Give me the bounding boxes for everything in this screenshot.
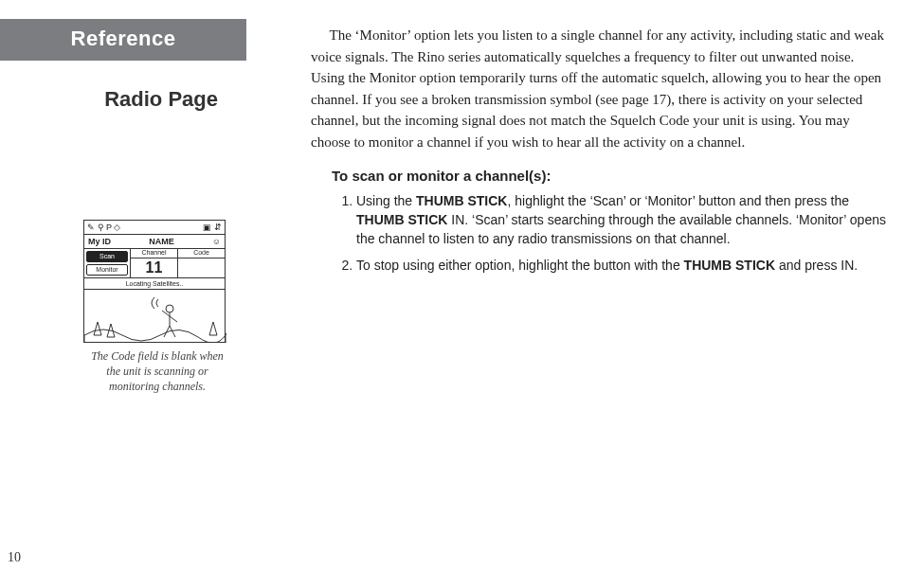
body-text: The ‘Monitor’ option lets you listen to … — [311, 25, 891, 283]
device-lcd: ✎ ⚲ P ◇ ▣ ⇵ My ID NAME ☺ Scan Monitor Ch… — [83, 220, 226, 343]
step-2-text-a: To stop using either option, highlight t… — [356, 258, 684, 273]
lcd-id-label: My ID — [88, 237, 111, 246]
svg-line-2 — [162, 311, 170, 316]
lcd-topbar-right: ▣ ⇵ — [203, 223, 222, 232]
step-1-text-c: , highlight the ‘Scan’ or ‘Monitor’ butt… — [507, 193, 849, 208]
thumb-stick-term: THUMB STICK — [356, 212, 447, 227]
thumb-stick-term: THUMB STICK — [684, 258, 775, 273]
channel-value: 11 — [130, 258, 177, 277]
monitor-button[interactable]: Monitor — [86, 264, 128, 276]
channel-heading: Channel — [130, 249, 177, 258]
lcd-mode-buttons: Scan Monitor — [84, 249, 130, 277]
scan-button[interactable]: Scan — [86, 251, 128, 262]
figure-caption: The Code field is blank when the unit is… — [83, 348, 231, 395]
page-title: Radio Page — [0, 87, 218, 112]
svg-point-0 — [166, 305, 173, 312]
code-heading: Code — [177, 249, 225, 258]
lcd-channel-code: Channel Code 11 — [130, 249, 225, 277]
lead-paragraph: The ‘Monitor’ option lets you listen to … — [311, 25, 891, 152]
reference-tab: Reference — [0, 19, 246, 61]
code-value — [177, 258, 225, 277]
thumb-stick-term: THUMB STICK — [416, 193, 507, 208]
lcd-scene — [84, 290, 225, 343]
device-figure: ✎ ⚲ P ◇ ▣ ⇵ My ID NAME ☺ Scan Monitor Ch… — [83, 220, 231, 395]
lcd-id-row: My ID NAME ☺ — [84, 235, 225, 249]
step-2: To stop using either option, highlight t… — [356, 256, 891, 275]
step-1-text-a: Using the — [356, 193, 416, 208]
lcd-mid-row: Scan Monitor Channel Code 11 — [84, 249, 225, 278]
svg-line-5 — [170, 326, 175, 337]
lcd-status-text: Locating Satellites.. — [84, 278, 225, 290]
instructions-heading: To scan or monitor a channel(s): — [332, 166, 891, 187]
manual-page: Reference Radio Page ✎ ⚲ P ◇ ▣ ⇵ My ID N… — [0, 0, 904, 588]
page-number: 10 — [8, 550, 21, 565]
instructions-block: To scan or monitor a channel(s): Using t… — [332, 166, 891, 276]
lcd-id-value: NAME — [149, 237, 174, 246]
step-2-text-c: and press IN. — [775, 258, 858, 273]
steps-list: Using the THUMB STICK, highlight the ‘Sc… — [332, 191, 891, 276]
step-1: Using the THUMB STICK, highlight the ‘Sc… — [356, 191, 891, 249]
face-icon: ☺ — [212, 237, 221, 246]
svg-line-3 — [170, 316, 177, 322]
lcd-topbar-left: ✎ ⚲ P ◇ — [87, 223, 120, 232]
lcd-topbar: ✎ ⚲ P ◇ ▣ ⇵ — [84, 221, 225, 235]
